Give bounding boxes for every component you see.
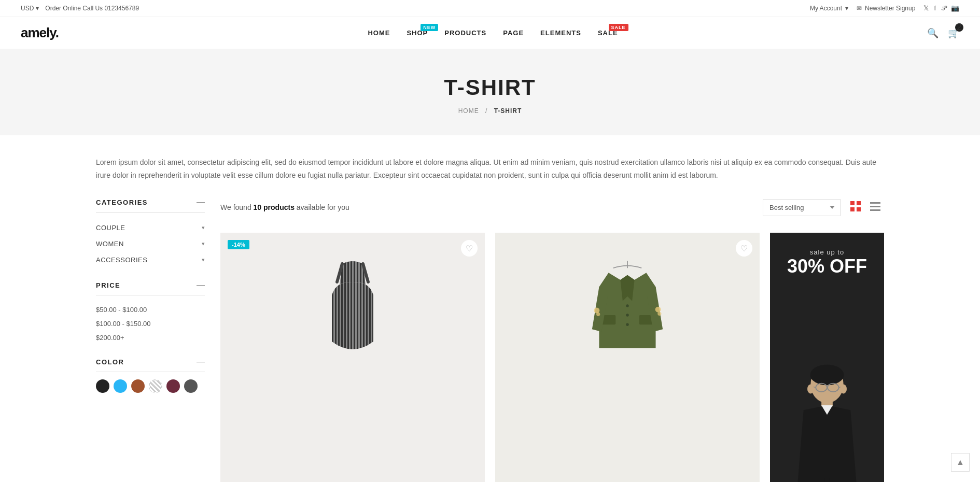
nav-shop[interactable]: SHOP New xyxy=(407,29,428,37)
color-toggle[interactable]: — xyxy=(197,357,205,366)
price-title: PRICE xyxy=(96,281,120,289)
svg-point-16 xyxy=(596,313,600,316)
svg-rect-6 xyxy=(870,209,880,211)
svg-rect-5 xyxy=(870,206,880,207)
top-bar-left: USD ▾ Order Online Call Us 0123456789 xyxy=(21,5,139,12)
instagram-icon[interactable]: 📷 xyxy=(951,4,959,12)
product-card-2: ♡ xyxy=(495,233,760,482)
color-header: COLOR — xyxy=(96,357,205,372)
nav-elements[interactable]: ELEMENTS xyxy=(540,29,581,37)
svg-point-18 xyxy=(657,312,661,316)
currency-chevron: ▾ xyxy=(36,5,39,12)
svg-rect-4 xyxy=(870,202,880,204)
svg-rect-30 xyxy=(830,478,846,482)
top-bar-right: My Account ▾ ✉ Newsletter Signup 𝕏 f 𝒫 📷 xyxy=(810,4,959,12)
sidebar: CATEGORIES — COUPLE ▾ WOMEN ▾ ACCESSORIE… xyxy=(96,197,220,482)
svg-rect-2 xyxy=(850,207,855,211)
color-dark-red[interactable] xyxy=(166,379,180,393)
pinterest-icon[interactable]: 𝒫 xyxy=(941,4,946,12)
svg-rect-1 xyxy=(857,201,861,205)
categories-header: CATEGORIES — xyxy=(96,197,205,212)
logo[interactable]: amely. xyxy=(21,25,59,41)
breadcrumb-home[interactable]: HOME xyxy=(458,107,479,115)
count-suffix: available for you xyxy=(297,203,349,211)
search-icon[interactable]: 🔍 xyxy=(927,27,939,39)
color-cyan[interactable] xyxy=(114,379,127,393)
couple-chevron: ▾ xyxy=(202,224,205,231)
description-text: Lorem ipsum dolor sit amet, consectetur … xyxy=(96,156,884,182)
category-women[interactable]: WOMEN ▾ xyxy=(96,236,205,252)
products-grid: -14% ♡ xyxy=(220,233,760,482)
color-dark-gray[interactable] xyxy=(184,379,198,393)
currency-label: USD xyxy=(21,5,34,12)
price-header: PRICE — xyxy=(96,280,205,295)
wishlist-btn-1[interactable]: ♡ xyxy=(461,240,478,257)
categories-list: COUPLE ▾ WOMEN ▾ ACCESSORIES ▾ xyxy=(96,220,205,268)
facebook-icon[interactable]: f xyxy=(934,4,936,12)
newsletter-link[interactable]: ✉ Newsletter Signup xyxy=(857,5,915,12)
color-black[interactable] xyxy=(96,379,109,393)
cart-badge: 2 xyxy=(955,23,963,32)
categories-toggle[interactable]: — xyxy=(197,197,205,207)
categories-title: CATEGORIES xyxy=(96,199,148,206)
count-number: 10 products xyxy=(254,203,295,211)
toolbar-right: Best selling Price: Low to High Price: H… xyxy=(763,197,884,217)
svg-point-11 xyxy=(626,314,628,317)
cart-icon-wrapper[interactable]: 🛒 2 xyxy=(948,27,959,39)
category-accessories[interactable]: ACCESSORIES ▾ xyxy=(96,252,205,268)
price-section: PRICE — $50.00 - $100.00 $100.00 - $150.… xyxy=(96,280,205,345)
price-toggle[interactable]: — xyxy=(197,280,205,290)
newsletter-label: Newsletter Signup xyxy=(865,5,915,12)
jacket-image xyxy=(586,259,669,362)
nav-products[interactable]: PRODUCTS xyxy=(444,29,486,37)
promo-banner: sale up to 30% OFF xyxy=(770,233,884,482)
svg-point-17 xyxy=(655,307,661,313)
my-account-chevron: ▾ xyxy=(845,5,848,12)
swimsuit-image xyxy=(316,259,389,362)
currency-selector[interactable]: USD ▾ xyxy=(21,5,39,12)
wishlist-btn-2[interactable]: ♡ xyxy=(736,240,752,257)
category-couple[interactable]: COUPLE ▾ xyxy=(96,220,205,236)
page-title: T-SHIRT xyxy=(10,75,970,100)
main-header: amely. HOME SHOP New PRODUCTS PAGE ELEME… xyxy=(0,17,980,49)
count-label: We found xyxy=(220,203,254,211)
nav-page[interactable]: PAGE xyxy=(503,29,524,37)
scroll-top-button[interactable]: ▲ xyxy=(951,453,970,472)
color-pattern[interactable] xyxy=(149,379,162,393)
scroll-top-icon: ▲ xyxy=(956,458,964,467)
products-area: We found 10 products available for you B… xyxy=(220,197,884,482)
nav-shop-badge: New xyxy=(421,24,438,31)
color-brown[interactable] xyxy=(131,379,145,393)
color-swatches xyxy=(96,379,205,393)
categories-section: CATEGORIES — COUPLE ▾ WOMEN ▾ ACCESSORIE… xyxy=(96,197,205,268)
main-nav: HOME SHOP New PRODUCTS PAGE ELEMENTS SAL… xyxy=(368,29,618,37)
breadcrumb-separator: / xyxy=(485,107,487,115)
my-account-link[interactable]: My Account ▾ xyxy=(810,5,848,12)
email-icon: ✉ xyxy=(857,5,862,12)
nav-home[interactable]: HOME xyxy=(368,29,390,37)
promo-sale-label: sale up to xyxy=(770,248,884,256)
promo-text: sale up to 30% OFF xyxy=(770,248,884,277)
breadcrumb: HOME / T-SHIRT xyxy=(10,107,970,115)
price-list: $50.00 - $100.00 $100.00 - $150.00 $200.… xyxy=(96,303,205,345)
accessories-chevron: ▾ xyxy=(202,257,205,263)
promo-discount: 30% OFF xyxy=(770,256,884,277)
list-view-icon[interactable] xyxy=(866,197,884,217)
nav-sale-badge: Sale xyxy=(609,24,628,31)
women-chevron: ▾ xyxy=(202,240,205,247)
color-section: COLOR — xyxy=(96,357,205,393)
products-and-promo: -14% ♡ xyxy=(220,233,884,482)
price-range-1[interactable]: $50.00 - $100.00 xyxy=(96,303,205,317)
price-range-3[interactable]: $200.00+ xyxy=(96,331,205,345)
svg-point-28 xyxy=(840,385,847,394)
nav-sale[interactable]: SALE Sale xyxy=(598,29,618,37)
twitter-icon[interactable]: 𝕏 xyxy=(923,4,929,12)
svg-rect-0 xyxy=(850,201,855,205)
grid-view-icon[interactable] xyxy=(847,197,864,217)
price-range-2[interactable]: $100.00 - $150.00 xyxy=(96,317,205,331)
sort-select[interactable]: Best selling Price: Low to High Price: H… xyxy=(763,199,841,216)
header-icons: 🔍 🛒 2 xyxy=(927,27,959,39)
view-icons xyxy=(847,197,884,217)
svg-rect-3 xyxy=(857,207,861,211)
product-card-1: -14% ♡ xyxy=(220,233,485,482)
